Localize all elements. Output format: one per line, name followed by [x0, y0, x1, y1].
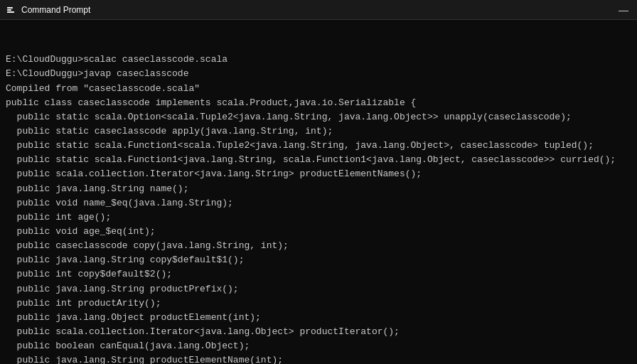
window-title: Command Prompt [21, 5, 90, 15]
svg-rect-3 [7, 11, 14, 13]
cmd-icon [6, 4, 17, 16]
terminal-line: public scala.collection.Iterator<java.la… [6, 167, 631, 181]
svg-rect-1 [7, 7, 13, 9]
terminal-line: public java.lang.String productPrefix(); [6, 282, 631, 296]
terminal-line: public java.lang.Object productElement(i… [6, 311, 631, 325]
window: Command Prompt — E:\CloudDuggu>scalac ca… [0, 0, 637, 364]
svg-rect-2 [7, 9, 11, 11]
terminal-line: public int age(); [6, 210, 631, 225]
terminal-line: public scala.collection.Iterator<java.la… [6, 325, 631, 339]
terminal-line: public int productArity(); [6, 296, 631, 311]
title-bar-left: Command Prompt [6, 4, 90, 16]
terminal-output[interactable]: E:\CloudDuggu>scalac caseclasscode.scala… [0, 20, 637, 364]
terminal-line: public java.lang.String copy$default$1()… [6, 253, 631, 267]
minimize-button[interactable]: — [616, 5, 631, 15]
terminal-line: public boolean canEqual(java.lang.Object… [6, 339, 631, 353]
terminal-line: public void name_$eq(java.lang.String); [6, 196, 631, 210]
terminal-line: E:\CloudDuggu>scalac caseclasscode.scala [6, 53, 631, 67]
terminal-line: E:\CloudDuggu>javap caseclasscode [6, 67, 631, 81]
terminal-line: public java.lang.String productElementNa… [6, 353, 631, 364]
terminal-line: public void age_$eq(int); [6, 225, 631, 239]
terminal-line: public static scala.Function1<scala.Tupl… [6, 139, 631, 153]
terminal-line: public static scala.Function1<java.lang.… [6, 153, 631, 167]
terminal-line: public caseclasscode copy(java.lang.Stri… [6, 239, 631, 253]
terminal-line: public static caseclasscode apply(java.l… [6, 124, 631, 139]
title-bar: Command Prompt — [0, 0, 637, 20]
terminal-line: public int copy$default$2(); [6, 267, 631, 282]
terminal-line: public static scala.Option<scala.Tuple2<… [6, 110, 631, 124]
terminal-line: public class caseclasscode implements sc… [6, 96, 631, 110]
terminal-line: public java.lang.String name(); [6, 182, 631, 196]
terminal-line: Compiled from "caseclasscode.scala" [6, 82, 631, 96]
title-bar-controls: — [616, 5, 631, 15]
